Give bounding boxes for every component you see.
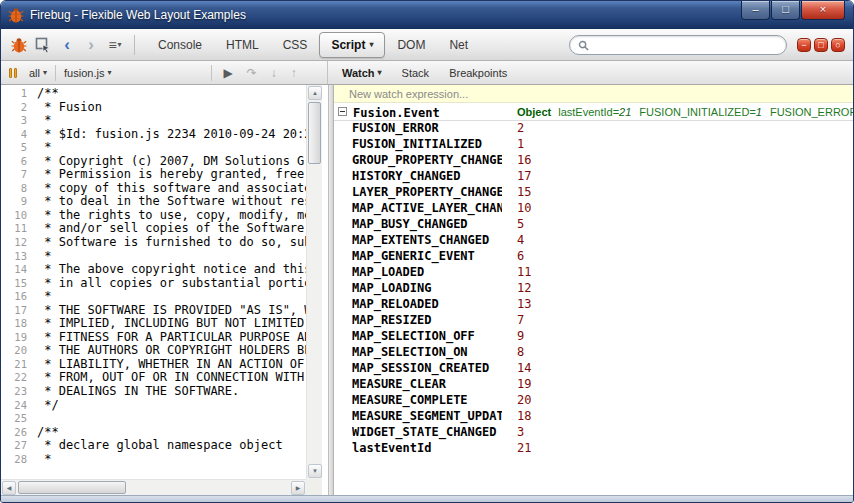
line-number-gutter[interactable]: 11 [1, 222, 27, 236]
line-number-gutter[interactable]: 7 [1, 168, 27, 182]
side-tab[interactable]: Stack [402, 67, 430, 79]
scroll-up-button[interactable]: ▲ [308, 86, 322, 100]
line-number-gutter[interactable]: 12 [1, 236, 27, 250]
firebug-menu-button[interactable] [7, 33, 31, 57]
watch-member-row[interactable]: MAP_ACTIVE_LAYER_CHANGED 10 [334, 201, 853, 217]
continue-button[interactable]: ▶ [216, 66, 239, 80]
horizontal-scrollbar[interactable]: ◀ ▶ [1, 479, 306, 495]
line-number-gutter[interactable]: 9 [1, 195, 27, 209]
line-number-gutter[interactable]: 8 [1, 182, 27, 196]
forward-button[interactable]: › [79, 33, 103, 57]
summary-prop-name: FUSION_INITIALIZED [639, 106, 755, 118]
window-close-button[interactable]: × [801, 1, 845, 20]
panel-tab[interactable]: DOM [385, 32, 437, 58]
watch-member-row[interactable]: WIDGET_STATE_CHANGED 3 [334, 425, 853, 441]
watch-member-row[interactable]: LAYER_PROPERTY_CHANGED 15 [334, 185, 853, 201]
source-view: 1 /** 2 * Fusion 3 * 4 [1, 85, 306, 479]
watch-member-row[interactable]: MAP_LOADING 12 [334, 281, 853, 297]
watch-member-row[interactable]: MAP_GENERIC_EVENT 6 [334, 249, 853, 265]
summary-prop-name: lastEventId [558, 106, 619, 118]
line-number-gutter[interactable]: 21 [1, 358, 27, 372]
vertical-scrollbar[interactable]: ▲ ▼ [306, 85, 322, 479]
watch-member-row[interactable]: MAP_EXTENTS_CHANGED 4 [334, 233, 853, 249]
panel-tab[interactable]: Net [437, 32, 480, 58]
window-maximize-button[interactable]: □ [771, 1, 800, 20]
watch-object-row[interactable]: Fusion.Event ObjectlastEventId21FUSION_I… [334, 103, 853, 121]
line-number-gutter[interactable]: 26 [1, 426, 27, 440]
member-name: MAP_LOADED [352, 265, 502, 281]
scroll-left-button[interactable]: ◀ [2, 481, 16, 495]
line-number-gutter[interactable]: 6 [1, 155, 27, 169]
panel-tab[interactable]: Console [146, 32, 214, 58]
step-out-button[interactable]: ↑ [284, 66, 304, 80]
panel-list-button[interactable]: ≡ ▾ [103, 33, 127, 57]
script-file-label: fusion.js [64, 67, 104, 79]
watch-member-row[interactable]: FUSION_INITIALIZED 1 [334, 137, 853, 153]
side-tab[interactable]: Watch▾ [342, 67, 382, 79]
line-number-gutter[interactable]: 1 [1, 87, 27, 101]
watch-member-row[interactable]: MEASURE_SEGMENT_UPDATE 18 [334, 409, 853, 425]
watch-member-row[interactable]: MEASURE_COMPLETE 20 [334, 393, 853, 409]
search-box [569, 35, 787, 55]
step-into-button[interactable]: ↓ [264, 66, 284, 80]
panel-tab[interactable]: CSS [271, 32, 320, 58]
vertical-scroll-thumb[interactable] [308, 102, 321, 164]
line-number-gutter[interactable]: 24 [1, 399, 27, 413]
watch-member-row[interactable]: MAP_RESIZED 7 [334, 313, 853, 329]
watch-member-row[interactable]: MAP_BUSY_CHANGED 5 [334, 217, 853, 233]
firebug-minimize-button[interactable]: − [797, 38, 811, 52]
new-watch-expression-field[interactable]: New watch expression... [334, 85, 853, 103]
line-number-gutter[interactable]: 14 [1, 263, 27, 277]
summary-prop-name: FUSION_ERROR [770, 106, 853, 118]
firebug-detach-button[interactable]: □ [814, 38, 828, 52]
watch-member-row[interactable]: FUSION_ERROR 2 [334, 121, 853, 137]
scroll-right-button[interactable]: ▶ [291, 481, 305, 495]
line-number-gutter[interactable]: 17 [1, 304, 27, 318]
watch-member-row[interactable]: MAP_RELOADED 13 [334, 297, 853, 313]
scroll-down-button[interactable]: ▼ [308, 464, 322, 478]
script-scope-dropdown[interactable]: all ▾ [25, 65, 51, 81]
firebug-close-button[interactable]: ○ [831, 38, 845, 52]
horizontal-scroll-thumb[interactable] [18, 481, 126, 494]
line-number-gutter[interactable]: 13 [1, 250, 27, 264]
window-minimize-button[interactable]: – [741, 1, 770, 20]
source-line: 22 * FROM, OUT OF OR IN CONNECTION WITH … [1, 371, 306, 385]
collapse-icon[interactable] [338, 107, 347, 116]
line-number-gutter[interactable]: 4 [1, 128, 27, 142]
script-file-dropdown[interactable]: fusion.js ▾ [60, 65, 115, 81]
line-number-gutter[interactable]: 27 [1, 439, 27, 453]
back-button[interactable]: ‹ [55, 33, 79, 57]
line-number-gutter[interactable]: 18 [1, 317, 27, 331]
source-line-text: * copy of this software and associated d [37, 182, 306, 196]
break-on-next-button[interactable] [9, 68, 17, 78]
line-number-gutter[interactable]: 22 [1, 371, 27, 385]
side-tab[interactable]: Breakpoints [449, 67, 507, 79]
line-number-gutter[interactable]: 20 [1, 344, 27, 358]
line-number-gutter[interactable]: 23 [1, 385, 27, 399]
line-number-gutter[interactable]: 19 [1, 331, 27, 345]
panel-tab[interactable]: HTML [214, 32, 271, 58]
step-over-button[interactable]: ↷ [240, 66, 264, 80]
search-input[interactable] [594, 39, 778, 51]
inspect-button[interactable] [31, 33, 55, 57]
line-number-gutter[interactable]: 5 [1, 141, 27, 155]
panel-tab[interactable]: Script▾ [319, 32, 385, 58]
watch-member-row[interactable]: MEASURE_CLEAR 19 [334, 377, 853, 393]
line-number-gutter[interactable]: 2 [1, 101, 27, 115]
watch-member-row[interactable]: lastEventId 21 [334, 441, 853, 457]
member-name: lastEventId [352, 441, 502, 457]
watch-member-row[interactable]: MAP_SELECTION_ON 8 [334, 345, 853, 361]
watch-member-row[interactable]: GROUP_PROPERTY_CHANGED 16 [334, 153, 853, 169]
watch-member-row[interactable]: MAP_LOADED 11 [334, 265, 853, 281]
line-number-gutter[interactable]: 10 [1, 209, 27, 223]
line-number-gutter[interactable]: 25 [1, 412, 27, 426]
line-number-gutter[interactable]: 3 [1, 114, 27, 128]
line-number-gutter[interactable]: 15 [1, 277, 27, 291]
watch-member-row[interactable]: MAP_SESSION_CREATED 14 [334, 361, 853, 377]
line-number-gutter[interactable]: 28 [1, 453, 27, 467]
watch-member-row[interactable]: MAP_SELECTION_OFF 9 [334, 329, 853, 345]
watch-member-row[interactable]: HISTORY_CHANGED 17 [334, 169, 853, 185]
summary-prop: FUSION_INITIALIZED1 [639, 106, 762, 118]
object-summary: ObjectlastEventId21FUSION_INITIALIZED1FU… [517, 103, 853, 121]
line-number-gutter[interactable]: 16 [1, 290, 27, 304]
